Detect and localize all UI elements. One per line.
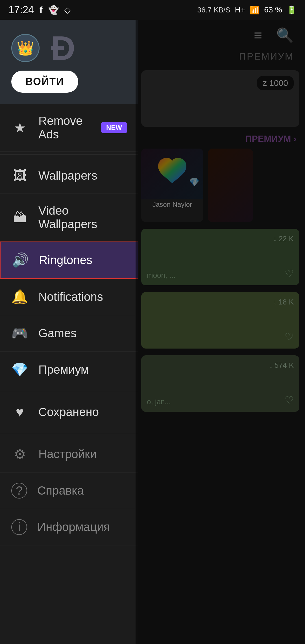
menu-item-info[interactable]: i Информация <box>0 509 138 545</box>
menu-item-notifications[interactable]: 🔔 Notifications <box>0 279 138 315</box>
new-badge: NEW <box>101 122 127 133</box>
network-icon: H+ <box>235 5 245 14</box>
notification-icon: 🔔 <box>11 289 28 305</box>
divider-2 <box>0 391 138 391</box>
video-wallpaper-icon: 🏔 <box>11 210 28 225</box>
ghost-icon: 👻 <box>48 5 59 15</box>
saved-icon: ♥ <box>11 404 28 420</box>
saved-label: Сохранено <box>38 405 99 419</box>
info-icon: i <box>11 519 27 535</box>
help-icon: ? <box>11 483 27 499</box>
star-icon: ★ <box>11 120 28 136</box>
wallpaper-icon: 🖼 <box>11 168 28 183</box>
menu-item-saved[interactable]: ♥ Сохранено <box>0 394 138 430</box>
wifi-icon: ◇ <box>64 5 71 15</box>
menu-item-help[interactable]: ? Справка <box>0 473 138 509</box>
help-label: Справка <box>37 484 84 497</box>
settings-label: Настройки <box>38 447 97 461</box>
menu-item-ringtones[interactable]: 🔊 Ringtones <box>0 242 138 279</box>
drawer-header: 👑 Ð ВОЙТИ <box>0 20 138 104</box>
menu-list: ★ Remove Ads NEW 🖼 Wallpapers 🏔 Video Wa… <box>0 104 138 644</box>
divider-3 <box>0 433 138 433</box>
menu-item-settings[interactable]: ⚙ Настройки <box>0 436 138 473</box>
games-label: Games <box>38 327 77 340</box>
info-label: Информация <box>37 520 110 534</box>
premium-gem-icon: 💎 <box>11 362 28 378</box>
divider-1 <box>0 155 138 155</box>
wallpapers-label: Wallpapers <box>38 169 97 182</box>
status-bar: 17:24 f 👻 ◇ 36.7 KB/S H+ 📶 63 % 🔋 <box>0 0 305 20</box>
profile-row: 👑 Ð <box>11 31 127 65</box>
premium-label-item: Премиум <box>38 363 89 377</box>
battery-text: 63 % <box>264 5 282 14</box>
signal-icon: 📶 <box>250 5 260 15</box>
login-button[interactable]: ВОЙТИ <box>11 71 78 93</box>
menu-item-video-wallpapers[interactable]: 🏔 Video Wallpapers <box>0 194 138 242</box>
battery-icon: 🔋 <box>287 5 297 15</box>
ringtone-icon: 🔊 <box>12 252 29 268</box>
menu-item-remove-ads[interactable]: ★ Remove Ads NEW <box>0 104 138 152</box>
menu-item-wallpapers[interactable]: 🖼 Wallpapers <box>0 158 138 194</box>
status-time: 17:24 <box>8 4 34 16</box>
menu-item-games[interactable]: 🎮 Games <box>0 315 138 352</box>
games-icon: 🎮 <box>11 325 28 341</box>
avatar: 👑 <box>11 34 40 62</box>
fb-icon: f <box>40 5 43 15</box>
video-wallpapers-label: Video Wallpapers <box>38 204 127 231</box>
status-right-icons: 36.7 KB/S H+ 📶 63 % 🔋 <box>197 5 297 15</box>
remove-ads-label: Remove Ads <box>38 114 91 141</box>
menu-item-premium[interactable]: 💎 Премиум <box>0 352 138 388</box>
navigation-drawer: 👑 Ð ВОЙТИ ★ Remove Ads NEW 🖼 Wallpapers … <box>0 20 138 644</box>
speed-stat: 36.7 KB/S <box>197 6 230 14</box>
settings-icon: ⚙ <box>11 446 28 462</box>
app-logo: Ð <box>51 31 75 65</box>
dim-overlay <box>136 20 305 644</box>
notifications-label: Notifications <box>38 290 103 304</box>
ringtones-label: Ringtones <box>39 253 92 267</box>
